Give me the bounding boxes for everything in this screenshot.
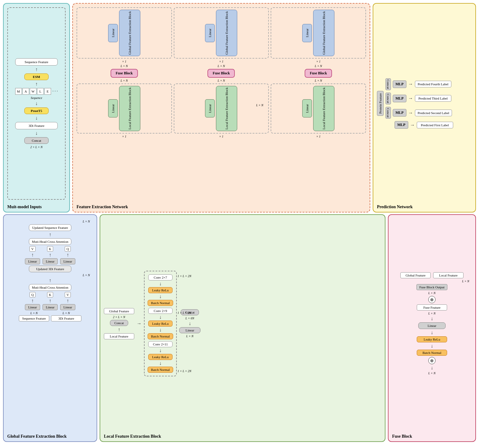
dim-LN-gfeb-mid: L × N [83, 273, 90, 277]
plus-circle-1: ⊕ [428, 296, 436, 303]
concat-2: Concat [385, 107, 391, 119]
pred-row-2: Concat MLP → Predicted Second Label [385, 107, 472, 119]
conv-2: Conv 2×9 [148, 308, 173, 314]
pred-row-4: Concat MLP → Predicted Fourth Label [385, 78, 472, 90]
lfeb-branch-3: Conv 2×11 ↓ Leaky ReLu ↓ Batch Normal [148, 341, 173, 373]
linear-bot-2: Linear [205, 99, 215, 117]
conv-3: Conv 2×11 [148, 341, 173, 347]
linear-k2: Linear [43, 304, 58, 310]
linear-lfeb: Linear [179, 327, 200, 333]
panel-feature-extract: Linear Global Feature Extraction Block ×… [72, 3, 370, 212]
prostt5-node: ProstT5 [24, 107, 49, 114]
global-extraction-3: Global Feature Extraction Block [313, 10, 334, 56]
fb-local-col: Local Feature [433, 272, 464, 278]
top-row: Sequence Feature ↑ ESM ↑ M A W L E · · ·… [3, 3, 476, 212]
linear-k1: Linear [43, 258, 58, 264]
linear-v1: Linear [25, 258, 40, 264]
batch-norm-3: Batch Normal [148, 367, 173, 373]
vkq-row-1: V ↑ Linear K ↑ Linear Q ↑ Linear [25, 246, 75, 264]
dim-x1-3: × 1 [316, 60, 320, 63]
linear-top-3: Linear [302, 24, 312, 42]
dim-x1-bot3: × 1 [316, 135, 320, 138]
leaky-relu-3: Leaky ReLu [148, 354, 173, 360]
bottom-row: L × N Updated Sequence Feature ↑ Muti-He… [3, 214, 476, 442]
fb-linear: Linear [418, 322, 446, 329]
linear-q1: Linear [60, 258, 75, 264]
qkv-row-2: Q ↑ Linear K ↑ Linear V ↑ Linear [25, 292, 75, 310]
fuse-block-2: Fuse Block [207, 69, 235, 78]
q-label-2: Q [29, 292, 36, 297]
panel-label-global: Global Feature Extraction Block [7, 434, 67, 439]
local-feature-lfeb: Local Feature [104, 333, 134, 339]
dim-LN-top3: L × N [315, 64, 322, 68]
dim-LN-gfeb-top: L × N [83, 220, 90, 223]
dim-LN-fuse3: L × N [315, 79, 322, 82]
3di-feat-col: L × N 3Di Feature [51, 311, 81, 321]
dim-x1-bot2: × 1 [219, 135, 223, 138]
updated-3di-feature: Updated 3Di Feature [29, 266, 71, 272]
arrow-down-3: ↓ [35, 101, 38, 106]
panel-label-fen: Feature Extraction Network [77, 205, 128, 209]
pred-label-2: Predicted Second Label [415, 110, 452, 116]
conv-1: Conv 2×7 [148, 274, 173, 280]
dim-LN-fen-right: L × N [256, 104, 263, 107]
dim-LN-fuse1: L × N [121, 79, 128, 82]
mlp-1: MLP [395, 121, 408, 129]
panel-prediction: Protein Feature Concat MLP → Predicted F… [373, 3, 476, 212]
panel-label-prediction: Prediction Network [377, 205, 413, 209]
leaky-relu-2: Leaky ReLu [148, 321, 173, 327]
panel-fuse-block: Global Feature Local Feature L × N Fuse … [388, 214, 476, 442]
dim-x1-2: × 1 [219, 60, 223, 63]
leaky-relu-1: Leaky ReLu [148, 287, 173, 293]
dim-1L2N-2: 1 × L × 2N [177, 311, 191, 314]
gfeb-k2: K ↑ Linear [43, 292, 58, 310]
3di-feature-bottom: 3Di Feature [51, 315, 81, 321]
pred-label-4: Predicted Fourth Label [415, 81, 451, 87]
concat-4: Concat [385, 78, 391, 90]
concat-node-input: Concat [24, 137, 49, 144]
lfeb-branch-2: Conv 2×9 ↓ Leaky ReLu ↓ Batch Normal [148, 308, 173, 339]
seq-char-W: W [30, 88, 36, 95]
fb-batch-norm: Batch Normal [417, 350, 447, 356]
esm-node: ESM [24, 73, 49, 80]
dim-label-input: 2 × L × N [30, 145, 43, 149]
batch-norm-1: Batch Normal [148, 300, 173, 306]
k-label-1: K [47, 246, 53, 252]
arrow-down-1: ↑ [35, 67, 38, 72]
pred-label-3: Predicted Third Label [415, 95, 451, 102]
seq-char-L: L [37, 88, 44, 95]
linear-bot-1: Linear [108, 99, 118, 117]
bottom-feature-row: L × N Sequence Feature L × N 3Di Feature [19, 311, 81, 321]
gfeb-v1: V ↑ Linear [25, 246, 40, 264]
dim-x1-1: × 1 [122, 60, 126, 63]
fuse-feature: Fuse Feature [417, 304, 447, 311]
fb-leaky-relu: Leaky ReLu [417, 336, 447, 342]
seq-char-M: M [15, 88, 22, 95]
panel-global-block: L × N Updated Sequence Feature ↑ Muti-He… [3, 214, 97, 442]
local-extraction-3: Local Feature Extraction Block [313, 86, 334, 131]
sequence-chars-row: M A W L E · · · [15, 88, 58, 95]
fuse-block-3: Fuse Block [305, 69, 332, 78]
threed-feature-node: 3Di Feature [15, 122, 58, 129]
fen-col-2: Linear Global Feature Extraction Block ×… [174, 7, 269, 200]
gfeb-k1: K ↑ Linear [43, 246, 58, 264]
pred-label-1: Predicted First Label [417, 122, 453, 128]
gfeb-v2: V ↑ Linear [60, 292, 75, 310]
mca-2: Muti-Head Cross Attention [29, 284, 71, 291]
arrow-down-5: ↓ [35, 131, 38, 136]
dim-x1-bot1: × 1 [122, 135, 126, 138]
arrow-pred-1: → [410, 123, 415, 127]
arrow-down-2: ↑ [35, 82, 38, 87]
page-layout: Sequence Feature ↑ ESM ↑ M A W L E · · ·… [0, 0, 479, 448]
linear-top-1: Linear [108, 24, 118, 42]
gfeb-inner: L × N Updated Sequence Feature ↑ Muti-He… [7, 219, 93, 429]
fen-col-3: Linear Global Feature Extraction Block ×… [271, 7, 366, 200]
mlp-4: MLP [393, 80, 406, 88]
local-extraction-1: Local Feature Extraction Block [119, 86, 140, 131]
dim-LN-top2: L × N [218, 64, 225, 68]
arrow-pred-2: → [408, 110, 413, 115]
sequence-label: Sequence [31, 96, 42, 100]
fuse-block-output: Fuse Block Output [416, 284, 447, 290]
pred-row-1: MLP → Predicted First Label [395, 121, 472, 129]
mlp-2: MLP [393, 109, 406, 117]
